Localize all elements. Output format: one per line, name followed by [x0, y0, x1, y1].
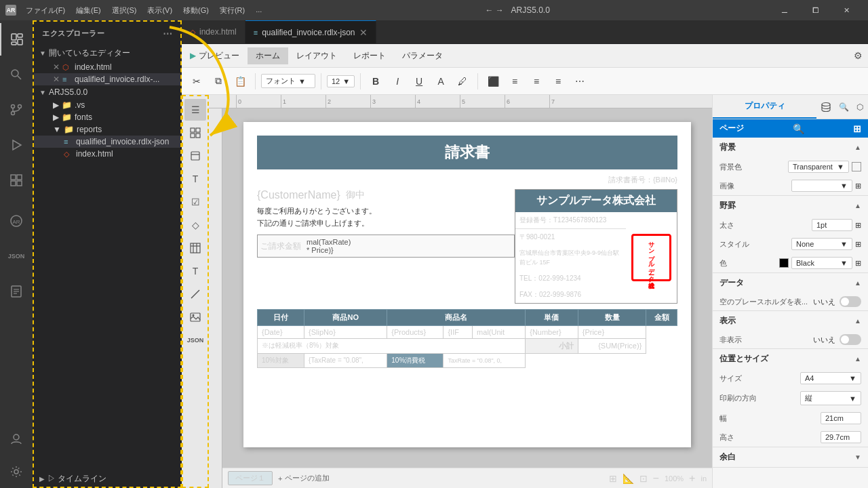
- tab-invoice[interactable]: ≡ qualified_invoice.rdlx-json ✕: [245, 20, 376, 44]
- grid-icon[interactable]: ⊞: [609, 473, 617, 484]
- properties-search-icon[interactable]: 🔍: [835, 95, 852, 119]
- tool-shape[interactable]: ◇: [184, 214, 206, 236]
- cut-button[interactable]: ✂: [187, 72, 206, 91]
- width-input[interactable]: 21cm: [821, 412, 861, 424]
- params-button[interactable]: パラメータ: [394, 47, 451, 64]
- menu-more[interactable]: ...: [252, 4, 266, 17]
- font-color-button[interactable]: A: [431, 72, 450, 91]
- add-page-button[interactable]: + ページの追加: [278, 473, 330, 483]
- tool-checkbox[interactable]: ☑: [184, 191, 206, 213]
- background-section-header[interactable]: 背景 ▲: [713, 138, 868, 157]
- copy-button[interactable]: ⧉: [209, 72, 228, 91]
- activity-json[interactable]: JSON: [0, 240, 33, 272]
- print-direction-dropdown[interactable]: 縦 ▼: [800, 391, 861, 405]
- border-style-dropdown[interactable]: None ▼: [791, 238, 852, 250]
- sidebar-invoice-file[interactable]: ≡ qualified_invoice.rdlx-json: [34, 136, 180, 148]
- tool-image[interactable]: [184, 306, 206, 328]
- activity-source-control[interactable]: [0, 94, 33, 126]
- bg-color-swatch[interactable]: [852, 162, 861, 171]
- margin-section-header[interactable]: 余白 ▼: [713, 447, 868, 467]
- sidebar-item-index-html[interactable]: ✕ ⬡ index.html: [34, 61, 180, 73]
- open-editors-header[interactable]: ▼ 開いているエディター: [34, 45, 180, 61]
- italic-button[interactable]: I: [388, 72, 407, 91]
- sidebar-item-invoice-active[interactable]: ✕ ≡ qualified_invoice.rdlx-...: [34, 73, 180, 85]
- page-tab-1[interactable]: ページ１: [228, 471, 273, 485]
- hidden-toggle-btn[interactable]: [840, 334, 861, 345]
- tool-select[interactable]: ☰: [184, 99, 206, 121]
- minimize-button[interactable]: ⚊: [769, 0, 800, 20]
- font-size-dropdown[interactable]: 12▼: [327, 75, 355, 87]
- bg-image-expand[interactable]: ⊞: [855, 182, 861, 190]
- height-input[interactable]: 29.7cm: [821, 431, 861, 443]
- underline-button[interactable]: U: [410, 72, 429, 91]
- settings-icon-toolbar[interactable]: ⚙: [854, 50, 863, 61]
- activity-settings[interactable]: [0, 455, 33, 488]
- empty-placeholder-toggle-btn[interactable]: [840, 296, 861, 307]
- tool-text2[interactable]: T: [184, 260, 206, 282]
- sidebar-vs[interactable]: ▶ 📁 .vs: [34, 99, 180, 111]
- report-button[interactable]: レポート: [345, 47, 394, 64]
- close-button[interactable]: ✕: [831, 0, 863, 20]
- menu-edit[interactable]: 編集(E): [72, 4, 105, 17]
- tool-report-items[interactable]: [184, 145, 206, 167]
- tool-components[interactable]: [184, 122, 206, 144]
- tool-table[interactable]: [184, 237, 206, 259]
- menu-file[interactable]: ファイル(F): [22, 4, 69, 17]
- menu-run[interactable]: 実行(R): [216, 4, 249, 17]
- home-button[interactable]: ホーム: [248, 47, 288, 64]
- preview-button[interactable]: ▶ プレビュー: [182, 47, 248, 64]
- canvas-scroll[interactable]: 請求書 請求書番号：{BillNo}: [222, 108, 712, 468]
- activity-search[interactable]: [0, 58, 33, 91]
- tool-line[interactable]: [184, 283, 206, 305]
- paste-button[interactable]: 📋: [231, 72, 250, 91]
- size-position-header[interactable]: 位置とサイズ ▲: [713, 349, 868, 369]
- arjs-header[interactable]: ▼ ARJS5.0.0: [34, 85, 180, 99]
- activity-extensions[interactable]: [0, 164, 33, 197]
- tool-text[interactable]: T: [184, 168, 206, 190]
- bold-button[interactable]: B: [366, 72, 385, 91]
- expand-icon-panel[interactable]: ⊞: [853, 123, 861, 134]
- sidebar-more-button[interactable]: ⋯: [163, 28, 173, 39]
- border-section-header[interactable]: 野罫 ▲: [713, 196, 868, 216]
- bg-image-dropdown[interactable]: ▼: [791, 180, 852, 192]
- search-icon-panel[interactable]: 🔍: [793, 123, 804, 134]
- sidebar-fonts[interactable]: ▶ 📁 fonts: [34, 111, 180, 123]
- align-center-button[interactable]: ≡: [505, 72, 524, 91]
- align-right-button[interactable]: ≡: [527, 72, 546, 91]
- align-justify-button[interactable]: ≡: [549, 72, 568, 91]
- activity-account[interactable]: [0, 423, 33, 455]
- open-editors-group[interactable]: ▼ 開いているエディター: [34, 45, 180, 61]
- sidebar-index-file[interactable]: ◇ index.html: [34, 148, 180, 160]
- more-button[interactable]: ⋯: [570, 72, 589, 91]
- menu-view[interactable]: 表示(V): [143, 4, 176, 17]
- border-style-expand[interactable]: ⊞: [855, 240, 861, 249]
- maximize-button[interactable]: ⧠: [800, 0, 831, 20]
- fit-page-icon[interactable]: ⊡: [639, 473, 648, 484]
- border-color-expand[interactable]: ⊞: [855, 259, 861, 268]
- display-section-header[interactable]: 表示 ▲: [713, 311, 868, 331]
- close-icon-index[interactable]: ✕: [53, 62, 60, 72]
- layout-button[interactable]: レイアウト: [288, 47, 345, 64]
- timeline-header[interactable]: ▶ ▷ タイムライン: [34, 471, 180, 487]
- border-color-dropdown[interactable]: Black ▼: [791, 257, 852, 269]
- border-size-expand[interactable]: ⊞: [855, 221, 861, 230]
- menu-go[interactable]: 移動(G): [179, 4, 213, 17]
- tab-invoice-close[interactable]: ✕: [359, 27, 368, 38]
- zoom-in-button[interactable]: +: [689, 472, 695, 485]
- ruler-icon[interactable]: 📐: [623, 473, 634, 484]
- sidebar-reports[interactable]: ▼ 📁 reports: [34, 123, 180, 136]
- border-size-input[interactable]: 1pt: [812, 219, 852, 231]
- align-left-button[interactable]: ⬛: [484, 72, 502, 91]
- data-tab-icon[interactable]: [816, 95, 835, 119]
- zoom-out-button[interactable]: −: [653, 472, 659, 485]
- highlight-button[interactable]: 🖊: [453, 72, 472, 91]
- tool-json[interactable]: JSON: [184, 329, 206, 351]
- tab-index-html[interactable]: ◇ index.html: [182, 20, 245, 44]
- menu-select[interactable]: 選択(S): [108, 4, 141, 17]
- close-icon-invoice[interactable]: ✕: [53, 75, 60, 84]
- bg-color-dropdown[interactable]: Transparent ▼: [788, 161, 849, 173]
- arjs-group[interactable]: ▼ ARJS5.0.0: [34, 85, 180, 99]
- activity-arjs[interactable]: AR: [0, 205, 33, 237]
- activity-report[interactable]: [0, 275, 33, 308]
- size-dropdown[interactable]: A4 ▼: [800, 372, 861, 384]
